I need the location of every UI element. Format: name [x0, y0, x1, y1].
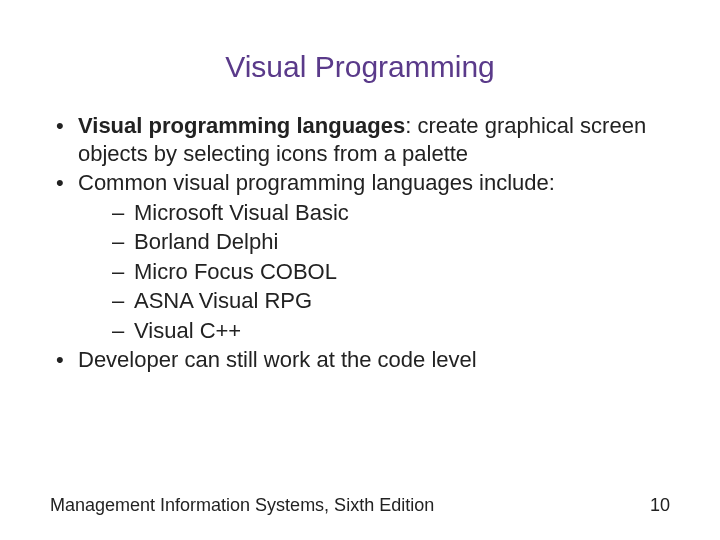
- slide-body: Visual programming languages: create gra…: [50, 112, 670, 374]
- bullet-2: Common visual programming languages incl…: [50, 169, 670, 344]
- bullet-1: Visual programming languages: create gra…: [50, 112, 670, 167]
- sub-bullet-list: Microsoft Visual Basic Borland Delphi Mi…: [78, 199, 670, 345]
- footer-page-number: 10: [650, 495, 670, 516]
- bullet-3: Developer can still work at the code lev…: [50, 346, 670, 374]
- sub-bullet-2: Borland Delphi: [108, 228, 670, 256]
- sub-bullet-4: ASNA Visual RPG: [108, 287, 670, 315]
- bullet-list: Visual programming languages: create gra…: [50, 112, 670, 374]
- slide-title: Visual Programming: [50, 50, 670, 84]
- sub-bullet-3: Micro Focus COBOL: [108, 258, 670, 286]
- footer-left: Management Information Systems, Sixth Ed…: [50, 495, 434, 516]
- slide-footer: Management Information Systems, Sixth Ed…: [50, 495, 670, 516]
- bullet-1-bold: Visual programming languages: [78, 113, 405, 138]
- bullet-2-text: Common visual programming languages incl…: [78, 170, 555, 195]
- sub-bullet-5: Visual C++: [108, 317, 670, 345]
- sub-bullet-1: Microsoft Visual Basic: [108, 199, 670, 227]
